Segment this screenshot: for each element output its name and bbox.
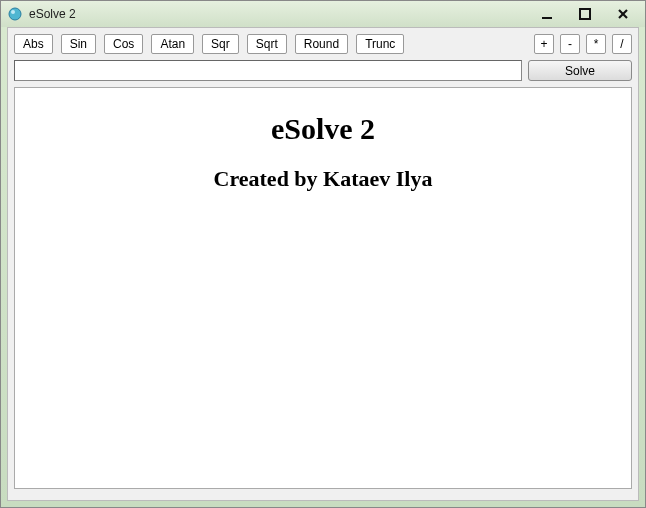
close-button[interactable] <box>613 5 633 23</box>
maximize-button[interactable] <box>575 5 595 23</box>
window-controls <box>537 5 641 23</box>
atan-button[interactable]: Atan <box>151 34 194 54</box>
operator-buttons: + - * / <box>534 34 632 54</box>
page-title: eSolve 2 <box>15 112 631 146</box>
titlebar-left: eSolve 2 <box>7 6 76 22</box>
output-pane: eSolve 2 Created by Kataev Ilya <box>14 87 632 489</box>
plus-button[interactable]: + <box>534 34 554 54</box>
expression-input[interactable] <box>14 60 522 81</box>
minimize-button[interactable] <box>537 5 557 23</box>
cos-button[interactable]: Cos <box>104 34 143 54</box>
client-area: Abs Sin Cos Atan Sqr Sqrt Round Trunc + … <box>7 27 639 501</box>
function-buttons: Abs Sin Cos Atan Sqr Sqrt Round Trunc <box>14 34 404 54</box>
toolbar: Abs Sin Cos Atan Sqr Sqrt Round Trunc + … <box>14 34 632 54</box>
svg-point-1 <box>11 10 15 14</box>
minus-button[interactable]: - <box>560 34 580 54</box>
trunc-button[interactable]: Trunc <box>356 34 404 54</box>
app-icon <box>7 6 23 22</box>
titlebar: eSolve 2 <box>1 1 645 27</box>
app-window: eSolve 2 Abs Sin Cos Atan Sqr Sqrt Round <box>0 0 646 508</box>
divide-button[interactable]: / <box>612 34 632 54</box>
page-subtitle: Created by Kataev Ilya <box>15 166 631 192</box>
svg-rect-2 <box>542 17 552 19</box>
sin-button[interactable]: Sin <box>61 34 96 54</box>
svg-point-0 <box>9 8 21 20</box>
sqr-button[interactable]: Sqr <box>202 34 239 54</box>
input-row: Solve <box>14 60 632 81</box>
svg-rect-3 <box>580 9 590 19</box>
sqrt-button[interactable]: Sqrt <box>247 34 287 54</box>
abs-button[interactable]: Abs <box>14 34 53 54</box>
round-button[interactable]: Round <box>295 34 348 54</box>
multiply-button[interactable]: * <box>586 34 606 54</box>
solve-button[interactable]: Solve <box>528 60 632 81</box>
window-title: eSolve 2 <box>29 7 76 21</box>
